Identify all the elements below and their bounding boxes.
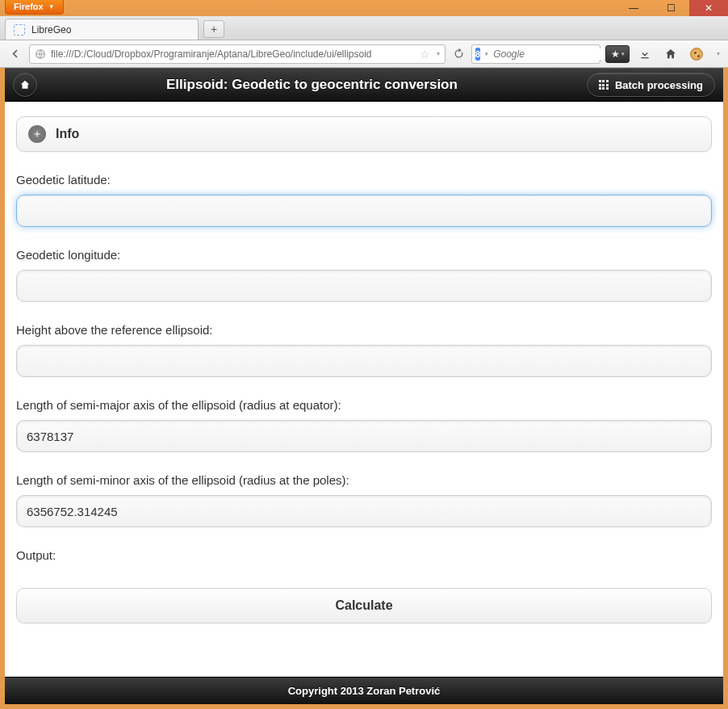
bookmarks-menu-button[interactable]: ★▾ xyxy=(605,45,630,63)
batch-button-label: Batch processing xyxy=(615,79,703,91)
browser-tab[interactable]: LibreGeo xyxy=(5,19,199,40)
url-bar[interactable]: file:///D:/Cloud/Dropbox/Programiranje/A… xyxy=(29,44,446,64)
batch-processing-button[interactable]: Batch processing xyxy=(587,73,715,97)
page-body: Info Geodetic latitude: Geodetic longitu… xyxy=(5,102,723,677)
bookmark-star-icon[interactable]: ☆ xyxy=(420,48,430,61)
input-height[interactable] xyxy=(16,345,712,377)
url-text: file:///D:/Cloud/Dropbox/Programiranje/A… xyxy=(51,48,415,60)
addon-button[interactable] xyxy=(686,44,707,64)
window-controls: — ☐ ✕ xyxy=(615,0,728,16)
google-icon: 8 xyxy=(475,48,480,61)
tab-strip: LibreGeo + xyxy=(0,16,728,40)
info-label: Info xyxy=(56,127,79,141)
chevron-down-icon: ▼ xyxy=(48,3,55,10)
cookie-icon xyxy=(690,48,703,61)
search-engine-dropdown-icon[interactable]: ▾ xyxy=(485,51,488,57)
app-header: Ellipsoid: Geodetic to geocentric conver… xyxy=(5,68,723,102)
window: Firefox ▼ — ☐ ✕ LibreGeo + file:///D:/Cl… xyxy=(0,0,728,709)
tab-title: LibreGeo xyxy=(31,24,71,36)
search-box[interactable]: 8 ▾ xyxy=(471,44,600,64)
back-button[interactable] xyxy=(5,44,24,64)
reload-button[interactable] xyxy=(450,44,467,64)
app-home-button[interactable] xyxy=(13,73,37,97)
content-wrap: Ellipsoid: Geodetic to geocentric conver… xyxy=(0,68,728,709)
toolbar-overflow-icon[interactable]: ▾ xyxy=(712,44,723,64)
app-footer: Copyright 2013 Zoran Petrović xyxy=(5,677,723,704)
page-title: Ellipsoid: Geodetic to geocentric conver… xyxy=(45,77,579,93)
navbar: file:///D:/Cloud/Dropbox/Programiranje/A… xyxy=(0,40,728,68)
calculate-button[interactable]: Calculate xyxy=(16,588,712,623)
grid-icon xyxy=(599,80,609,90)
firefox-menu-label: Firefox xyxy=(14,2,44,11)
label-height: Height above the reference ellipsoid: xyxy=(16,323,712,337)
favicon-icon xyxy=(14,24,25,36)
url-dropdown-icon[interactable]: ▾ xyxy=(437,50,440,57)
input-geodetic-longitude[interactable] xyxy=(16,270,712,302)
globe-icon xyxy=(35,48,46,60)
star-icon: ★ xyxy=(611,48,620,60)
label-semi-minor: Length of semi-minor axis of the ellipso… xyxy=(16,473,712,487)
titlebar: Firefox ▼ — ☐ ✕ xyxy=(0,0,728,16)
plus-circle-icon xyxy=(28,125,46,143)
label-geodetic-longitude: Geodetic longitude: xyxy=(16,248,712,262)
downloads-button[interactable] xyxy=(634,44,655,64)
minimize-button[interactable]: — xyxy=(615,0,652,16)
firefox-menu-button[interactable]: Firefox ▼ xyxy=(5,0,64,15)
maximize-button[interactable]: ☐ xyxy=(652,0,689,16)
input-geodetic-latitude[interactable] xyxy=(16,195,712,227)
label-semi-major: Length of semi-major axis of the ellipso… xyxy=(16,398,712,412)
search-input[interactable] xyxy=(493,48,615,60)
label-output: Output: xyxy=(16,548,712,562)
chevron-down-icon: ▾ xyxy=(621,51,625,57)
label-geodetic-latitude: Geodetic latitude: xyxy=(16,173,712,187)
viewport: Ellipsoid: Geodetic to geocentric conver… xyxy=(5,68,723,704)
input-semi-minor[interactable] xyxy=(16,495,712,527)
info-collapsible[interactable]: Info xyxy=(16,116,712,152)
home-button[interactable] xyxy=(660,44,681,64)
close-button[interactable]: ✕ xyxy=(689,0,728,16)
input-semi-major[interactable] xyxy=(16,420,712,452)
new-tab-button[interactable]: + xyxy=(203,20,224,38)
